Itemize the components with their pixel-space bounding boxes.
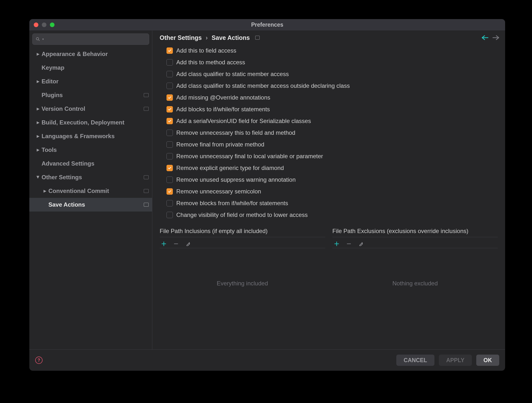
sidebar-item[interactable]: ▶Save Actions: [29, 198, 152, 212]
option-label: Add blocks to if/while/for statements: [176, 106, 270, 113]
sidebar-item[interactable]: ▶Keymap: [29, 61, 152, 75]
expand-caret-icon: ▶: [36, 107, 41, 111]
sidebar-item-label: Editor: [42, 78, 149, 85]
exclusions-remove-button[interactable]: [346, 241, 352, 246]
exclusions-column: File Path Exclusions (exclusions overrid…: [332, 228, 498, 314]
window-title: Preferences: [29, 22, 505, 28]
inclusions-title: File Path Inclusions (if empty all inclu…: [160, 228, 325, 235]
close-window-button[interactable]: [34, 22, 38, 27]
option-checkbox[interactable]: [166, 141, 173, 148]
sidebar-item-label: Version Control: [42, 105, 144, 112]
option-checkbox[interactable]: [166, 106, 173, 112]
help-button[interactable]: ?: [35, 357, 43, 364]
settings-sidebar: ▾ ▶Appearance & Behavior▶Keymap▶Editor▶P…: [29, 31, 152, 349]
expand-caret-icon: ▶: [36, 79, 41, 84]
option-row: Add this to method access: [166, 56, 498, 68]
apply-button[interactable]: APPLY: [439, 355, 472, 366]
sidebar-item[interactable]: ▶Plugins: [29, 88, 152, 102]
sidebar-item[interactable]: ▶Tools: [29, 143, 152, 157]
option-checkbox[interactable]: [166, 200, 173, 206]
option-label: Remove unnecessary semicolon: [176, 188, 261, 195]
settings-content: Other Settings › Save Actions Add this t…: [152, 31, 505, 349]
sidebar-item-label: Appearance & Behavior: [42, 51, 149, 57]
option-row: Remove unused suppress warning annotatio…: [166, 174, 498, 186]
expand-caret-icon: ▶: [36, 134, 41, 138]
sidebar-item-label: Build, Execution, Deployment: [42, 119, 149, 126]
breadcrumb-leaf: Save Actions: [212, 34, 250, 41]
breadcrumb-separator: ›: [206, 34, 208, 41]
breadcrumb: Other Settings › Save Actions: [152, 31, 505, 45]
sidebar-item-label: Save Actions: [48, 201, 144, 208]
option-checkbox[interactable]: [166, 94, 173, 101]
option-label: Add class qualifier to static member acc…: [176, 71, 289, 78]
window-controls: [34, 22, 55, 27]
option-label: Remove explicit generic type for diamond: [176, 165, 284, 171]
exclusions-add-button[interactable]: [334, 241, 339, 246]
search-input[interactable]: ▾: [32, 34, 149, 45]
option-label: Remove unused suppress warning annotatio…: [176, 176, 296, 183]
inclusions-toolbar: [160, 240, 325, 248]
option-checkbox[interactable]: [166, 71, 173, 77]
dialog-footer: ? CANCEL APPLY OK: [29, 349, 505, 371]
save-icon: [144, 107, 149, 111]
save-icon: [144, 93, 149, 97]
sidebar-item[interactable]: ▶Advanced Settings: [29, 157, 152, 170]
minimize-window-button[interactable]: [42, 22, 46, 27]
option-row: Remove final from private method: [166, 139, 498, 150]
option-checkbox[interactable]: [166, 177, 173, 183]
option-label: Remove final from private method: [176, 141, 264, 148]
option-label: Change visibility of field or method to …: [176, 212, 308, 218]
exclusions-list[interactable]: Nothing excluded: [332, 253, 498, 314]
exclusions-toolbar: [332, 240, 498, 248]
option-row: Remove blocks from if/while/for statemen…: [166, 197, 498, 209]
inclusions-remove-button[interactable]: [173, 241, 179, 246]
sidebar-item-label: Plugins: [42, 92, 144, 99]
option-checkbox[interactable]: [166, 153, 173, 159]
inclusions-edit-button[interactable]: [186, 241, 191, 246]
expand-caret-icon: ▶: [36, 148, 41, 152]
save-icon: [144, 203, 149, 207]
option-checkbox[interactable]: [166, 118, 173, 124]
nav-back-button[interactable]: [482, 35, 488, 41]
sidebar-item[interactable]: ▶Editor: [29, 75, 152, 88]
option-checkbox[interactable]: [166, 59, 173, 66]
ok-button[interactable]: OK: [476, 355, 499, 366]
inclusions-list[interactable]: Everything included: [160, 253, 325, 314]
exclusions-edit-button[interactable]: [358, 241, 364, 246]
option-label: Remove blocks from if/while/for statemen…: [176, 200, 288, 207]
nav-forward-button[interactable]: [492, 35, 499, 41]
svg-line-1: [39, 40, 40, 41]
option-checkbox[interactable]: [166, 212, 173, 218]
expand-caret-icon: ▶: [43, 189, 47, 193]
settings-tree: ▶Appearance & Behavior▶Keymap▶Editor▶Plu…: [29, 47, 152, 349]
option-checkbox[interactable]: [166, 130, 173, 136]
sidebar-item[interactable]: ▶Other Settings: [29, 170, 152, 184]
sidebar-item-label: Languages & Frameworks: [42, 133, 149, 140]
sidebar-item[interactable]: ▶Version Control: [29, 102, 152, 116]
sidebar-item[interactable]: ▶Languages & Frameworks: [29, 129, 152, 143]
exclusions-title: File Path Exclusions (exclusions overrid…: [332, 228, 498, 235]
inclusions-add-button[interactable]: [161, 241, 166, 246]
option-label: Add missing @Override annotations: [176, 94, 270, 101]
option-checkbox[interactable]: [166, 47, 173, 54]
sidebar-item-label: Advanced Settings: [42, 160, 149, 167]
sidebar-item[interactable]: ▶Build, Execution, Deployment: [29, 116, 152, 129]
options-list: Add this to field accessAdd this to meth…: [152, 45, 505, 222]
sidebar-item-label: Other Settings: [42, 174, 144, 181]
inclusions-column: File Path Inclusions (if empty all inclu…: [160, 228, 325, 314]
breadcrumb-root[interactable]: Other Settings: [160, 34, 202, 41]
sidebar-item[interactable]: ▶Appearance & Behavior: [29, 47, 152, 61]
sidebar-item[interactable]: ▶Conventional Commit: [29, 184, 152, 198]
cancel-button[interactable]: CANCEL: [396, 355, 434, 366]
option-row: Add class qualifier to static member acc…: [166, 68, 498, 80]
option-row: Add this to field access: [166, 45, 498, 56]
option-checkbox[interactable]: [166, 188, 173, 195]
sidebar-item-label: Tools: [42, 146, 149, 153]
option-row: Remove unnecessary final to local variab…: [166, 150, 498, 162]
option-row: Add a serialVersionUID field for Seriali…: [166, 115, 498, 127]
zoom-window-button[interactable]: [50, 22, 55, 27]
option-checkbox[interactable]: [166, 83, 173, 89]
option-row: Add blocks to if/while/for statements: [166, 103, 498, 115]
option-label: Add this to field access: [176, 47, 236, 54]
option-checkbox[interactable]: [166, 165, 173, 171]
